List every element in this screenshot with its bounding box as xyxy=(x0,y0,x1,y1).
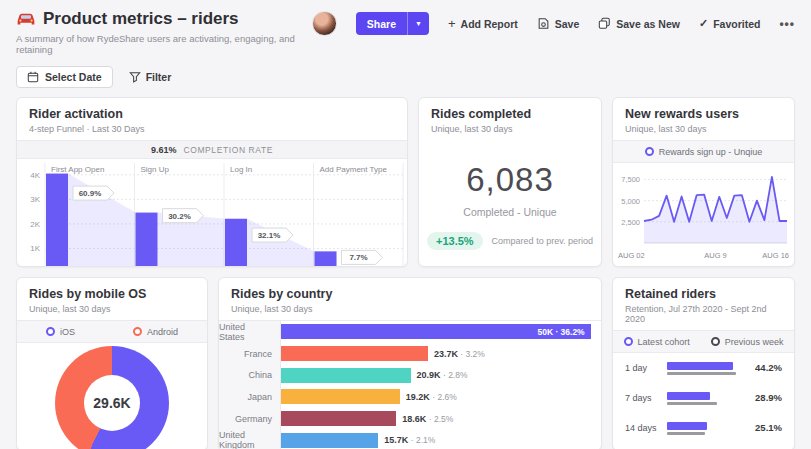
plus-icon: + xyxy=(448,16,456,31)
delta-note: Compared to prev. period xyxy=(492,236,593,246)
bar-value-label: 23.7K · 3.2% xyxy=(434,349,485,359)
select-date-button[interactable]: Select Date xyxy=(16,66,113,88)
legend-dot-icon xyxy=(624,337,633,346)
latest-cohort-bar[interactable] xyxy=(667,422,707,430)
retention-row: 1 day 44.2% xyxy=(625,362,782,392)
country-name: China xyxy=(219,364,281,386)
country-bar[interactable] xyxy=(281,346,428,361)
svg-text:30.2%: 30.2% xyxy=(168,212,191,221)
bar-value-label: 50K · 36.2% xyxy=(537,327,590,337)
donut-center-label: 29.6K xyxy=(84,375,140,431)
save-icon xyxy=(537,17,550,30)
legend-item-ios[interactable]: iOS xyxy=(46,327,75,337)
legend-dot-icon xyxy=(133,327,142,336)
completion-rate-value: 9.61% xyxy=(151,145,177,155)
legend-item-latest-cohort[interactable]: Latest cohort xyxy=(624,337,690,347)
card-title: Retained riders xyxy=(625,287,782,301)
legend-item-rewards-signup[interactable]: Rewards sign up - Unqiue xyxy=(645,147,763,157)
bar-value-label: 15.7K · 2.1% xyxy=(384,435,435,445)
svg-text:AUG 02: AUG 02 xyxy=(618,251,645,260)
filter-button[interactable]: Filter xyxy=(127,67,174,87)
page-header: Product metrics – riders A summary of ho… xyxy=(0,0,811,55)
card-subtitle: 4-step Funnel · Last 30 Days xyxy=(29,124,395,134)
header-actions: Share ▼ + Add Report Save Save as New xyxy=(312,11,795,36)
retention-row: 7 days 28.9% xyxy=(625,392,782,422)
page-title: Product metrics – riders xyxy=(16,9,312,29)
card-subtitle: Unique, last 30 days xyxy=(431,124,589,134)
bar-value-label: 18.6K · 2.5% xyxy=(402,414,453,424)
filter-toolbar: Select Date Filter xyxy=(0,55,811,97)
retention-period-label: 1 day xyxy=(625,362,667,373)
svg-text:3K: 3K xyxy=(30,195,40,204)
card-title: Rides by country xyxy=(231,287,589,301)
svg-text:AUG 16: AUG 16 xyxy=(762,251,789,260)
svg-text:Add Payment Type: Add Payment Type xyxy=(320,165,388,174)
svg-text:1K: 1K xyxy=(30,244,40,253)
avatar[interactable] xyxy=(312,11,337,36)
previous-week-bar[interactable] xyxy=(667,372,736,375)
country-name: United States xyxy=(219,321,281,343)
share-button-label[interactable]: Share xyxy=(356,18,407,30)
retention-bar-chart[interactable]: 1 day 44.2% 7 days 28.9% 14 days 25.1% xyxy=(613,353,794,449)
legend-band: Rewards sign up - Unqiue xyxy=(613,140,794,163)
country-name: France xyxy=(219,343,281,365)
latest-cohort-bar[interactable] xyxy=(667,362,733,370)
card-retained-riders: Retained riders Retention, Jul 27th 2020… xyxy=(612,277,795,449)
favorited-button[interactable]: ✓ Favorited xyxy=(699,17,760,30)
car-icon xyxy=(16,12,36,26)
dashboard: Product metrics – riders A summary of ho… xyxy=(0,0,811,449)
funnel-chart[interactable]: 1K2K3K4KFirst App OpenSign UpLog InAdd P… xyxy=(17,159,407,267)
country-bar[interactable] xyxy=(281,389,400,404)
card-rides-by-os: Rides by mobile OS Unique, last 30 days … xyxy=(16,277,208,449)
card-subtitle: Unique, last 30 days xyxy=(29,304,195,314)
legend-band: Latest cohort Previous week xyxy=(613,330,794,353)
filter-funnel-icon xyxy=(129,71,141,83)
svg-text:Sign Up: Sign Up xyxy=(141,165,170,174)
legend-dot-icon xyxy=(711,337,720,346)
rewards-line-chart[interactable]: 2,5005,0007,500AUG 02AUG 9AUG 16 xyxy=(614,165,793,267)
retention-percent: 28.9% xyxy=(746,392,782,403)
legend-dot-icon xyxy=(46,327,55,336)
svg-text:60.9%: 60.9% xyxy=(79,189,102,198)
retention-percent: 44.2% xyxy=(746,362,782,373)
delta-badge: +13.5% xyxy=(427,232,483,250)
big-number-value: 6,083 xyxy=(466,161,554,199)
page-subtitle: A summary of how RydeShare users are act… xyxy=(16,33,312,55)
card-title: New rewards users xyxy=(625,107,782,121)
retention-period-label: 7 days xyxy=(625,392,667,403)
save-as-new-button[interactable]: Save as New xyxy=(598,17,680,30)
save-button[interactable]: Save xyxy=(537,17,580,30)
share-button[interactable]: Share ▼ xyxy=(356,12,429,35)
page-title-text: Product metrics – riders xyxy=(43,9,239,29)
country-name: United Kingdom xyxy=(219,429,281,449)
cards-row-2: Rides by mobile OS Unique, last 30 days … xyxy=(16,277,795,449)
bar-value-label: 19.2K · 2.6% xyxy=(406,392,457,402)
svg-text:7,500: 7,500 xyxy=(621,175,640,184)
country-bar[interactable] xyxy=(281,368,411,383)
card-rider-activation: Rider activation 4-step Funnel · Last 30… xyxy=(16,97,408,267)
previous-week-bar[interactable] xyxy=(667,402,717,405)
legend-item-android[interactable]: Android xyxy=(133,327,178,337)
card-new-rewards-users: New rewards users Unique, last 30 days R… xyxy=(612,97,795,267)
previous-week-bar[interactable] xyxy=(667,432,705,435)
country-bar[interactable] xyxy=(281,433,378,448)
card-title: Rides completed xyxy=(431,107,589,121)
os-donut-chart[interactable]: 29.6K xyxy=(55,346,169,449)
add-report-button[interactable]: + Add Report xyxy=(448,16,518,31)
card-rides-completed: Rides completed Unique, last 30 days 6,0… xyxy=(418,97,602,267)
card-subtitle: Retention, Jul 27th 2020 - Sept 2nd 2020 xyxy=(625,304,782,324)
country-bar-chart[interactable]: United States 50K · 36.2% France 23.7K ·… xyxy=(219,320,601,449)
country-bar[interactable]: 50K · 36.2% xyxy=(281,324,591,339)
calendar-icon xyxy=(27,71,39,83)
country-bar[interactable] xyxy=(281,411,396,426)
more-options-button[interactable]: ••• xyxy=(779,17,795,31)
country-row: China 20.9K · 2.8% xyxy=(219,364,601,386)
retention-period-label: 14 days xyxy=(625,422,667,433)
legend-band: iOS Android xyxy=(17,320,207,343)
latest-cohort-bar[interactable] xyxy=(667,392,710,400)
big-number-label: Completed - Unique xyxy=(463,206,556,218)
card-rides-by-country: Rides by country Unique, last 30 days Un… xyxy=(218,277,602,449)
cards-row-1: Rider activation 4-step Funnel · Last 30… xyxy=(16,97,795,267)
chevron-down-icon[interactable]: ▼ xyxy=(407,12,429,35)
legend-item-previous-week[interactable]: Previous week xyxy=(711,337,784,347)
